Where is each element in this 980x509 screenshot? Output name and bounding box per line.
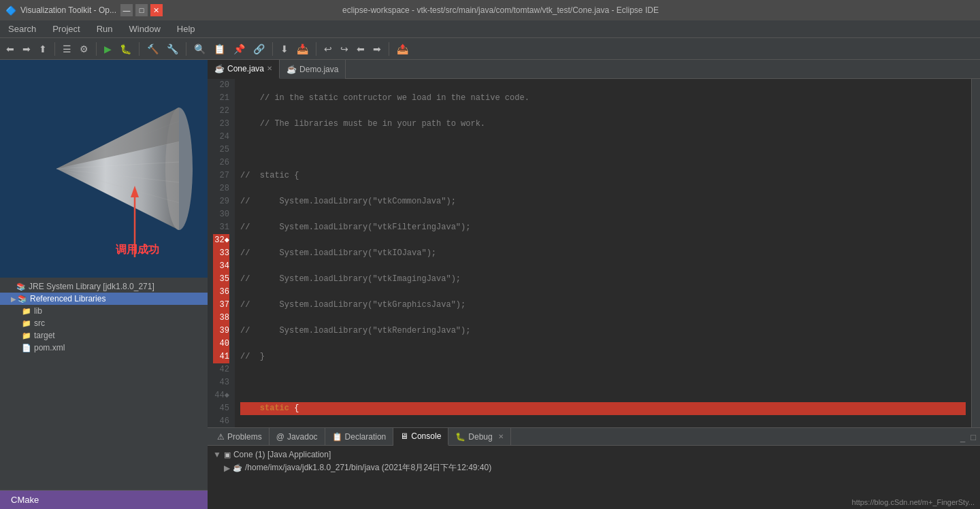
toolbar-btn-9[interactable]: 📋 [210, 42, 229, 56]
title-bar: 🔷 Visualization Toolkit - Op... — □ ✕ ec… [0, 0, 980, 20]
debug-close[interactable]: ✕ [498, 433, 504, 440]
toolbar-separator-4 [186, 42, 186, 56]
toolbar-btn-14[interactable]: ↩ [321, 42, 336, 56]
maximize-button[interactable]: □ [135, 4, 148, 16]
code-lines[interactable]: // in the static contructor we load in t… [235, 79, 971, 427]
toolbar-btn-17[interactable]: ➡ [370, 42, 385, 56]
tree-item-pom[interactable]: 📄 pom.xml [0, 342, 208, 354]
jre-icon: 📚 [16, 282, 26, 291]
menu-search[interactable]: Search [5, 22, 39, 35]
code-line-32: static { [240, 402, 966, 415]
annotation-text: 调用成功 [116, 243, 159, 257]
panel-maximize-button[interactable]: □ [969, 431, 977, 444]
code-line-31 [240, 376, 966, 389]
menu-run[interactable]: Run [94, 22, 116, 35]
tab-cone-java[interactable]: ☕ Cone.java ✕ [208, 60, 280, 79]
tree-item-jre[interactable]: 📚 JRE System Library [jdk1.8.0_271] [0, 280, 208, 293]
bottom-tab-debug[interactable]: 🐛 Debug ✕ [448, 428, 510, 446]
annotation: 调用成功 [109, 243, 159, 257]
console-tree-cone-app[interactable]: ▼ ▣ Cone (1) [Java Application] [213, 448, 975, 461]
ref-libs-label: Referenced Libraries [30, 294, 105, 303]
title-bar-left: 🔷 Visualization Toolkit - Op... — □ ✕ [5, 4, 163, 16]
tree-item-lib[interactable]: 📁 lib [0, 305, 208, 317]
code-line-28: // System.loadLibrary("vtkGraphicsJava")… [240, 299, 966, 312]
toolbar-separator-7 [389, 42, 389, 56]
javadoc-icon: @ [276, 432, 284, 442]
toolbar-btn-18[interactable]: 📤 [393, 42, 412, 56]
toolbar-btn-16[interactable]: ⬅ [353, 42, 368, 56]
target-folder-icon: 📁 [22, 331, 31, 340]
tab-demo-java[interactable]: ☕ Demo.java [280, 60, 346, 79]
toolbar-btn-1[interactable]: ⬅ [3, 42, 18, 56]
lib-label: lib [34, 306, 42, 316]
ref-libs-icon: 📚 [18, 295, 27, 303]
toolbar-btn-11[interactable]: 🔗 [250, 42, 268, 56]
toolbar-separator-1 [54, 42, 55, 56]
console-icon: 🖥 [400, 431, 408, 441]
code-line-20: // in the static contructor we load in t… [240, 92, 966, 105]
toolbar-btn-12[interactable]: ⬇ [277, 42, 292, 56]
bottom-tab-declaration[interactable]: 📋 Declaration [325, 428, 394, 446]
tree-area: 📚 JRE System Library [jdk1.8.0_271] ▶ 📚 … [0, 278, 208, 357]
toolbar-debug[interactable]: 🐛 [116, 42, 135, 56]
panel-minimize-button[interactable]: _ [959, 431, 966, 444]
toolbar-separator-5 [272, 42, 273, 56]
toolbar-btn-15[interactable]: ↪ [337, 42, 352, 56]
java-path-icon: ☕ [233, 463, 242, 472]
tab-cone-close[interactable]: ✕ [267, 65, 272, 72]
code-line-21: // The libraries must be in your path to… [240, 118, 966, 131]
sidebar: 调用成功 📚 JRE System Library [jdk1.8.0_271]… [0, 60, 208, 509]
src-folder-icon: 📁 [22, 319, 31, 328]
toolbar-run[interactable]: ▶ [101, 42, 115, 56]
bottom-tab-console[interactable]: 🖥 Console [393, 428, 448, 446]
right-scroll[interactable] [972, 79, 980, 427]
code-line-30: // } [240, 350, 966, 363]
minimize-button[interactable]: — [120, 4, 133, 16]
tree-item-src[interactable]: 📁 src [0, 317, 208, 329]
tree-item-referenced-libs[interactable]: ▶ 📚 Referenced Libraries [0, 293, 208, 305]
bottom-tab-problems[interactable]: ⚠ Problems [210, 428, 270, 446]
toolbar-btn-3[interactable]: ⬆ [35, 42, 50, 56]
bottom-tab-javadoc[interactable]: @ Javadoc [270, 428, 325, 446]
debug-icon: 🐛 [455, 432, 466, 442]
tab-cone-icon: ☕ [214, 64, 225, 73]
declaration-icon: 📋 [332, 432, 342, 442]
toolbar-btn-4[interactable]: ☰ [59, 42, 75, 56]
app-icon: 🔷 [5, 5, 16, 16]
code-line-27: // System.loadLibrary("vtkImagingJava"); [240, 273, 966, 286]
toolbar-btn-13[interactable]: 📥 [293, 42, 312, 56]
console-tree-java-path[interactable]: ▶ ☕ /home/imx/java/jdk1.8.0_271/bin/java… [213, 461, 975, 475]
toolbar-btn-2[interactable]: ➡ [19, 42, 34, 56]
close-button[interactable]: ✕ [150, 4, 163, 16]
code-content[interactable]: 20 21 22 23 24 25 26 27 28 29 30 31 32◆ … [208, 79, 980, 427]
bottom-tabs: ⚠ Problems @ Javadoc 📋 Declaration 🖥 Con… [208, 428, 980, 446]
tab-cone-label: Cone.java [227, 64, 264, 73]
toolbar-btn-8[interactable]: 🔍 [191, 42, 209, 56]
bottom-content: ▼ ▣ Cone (1) [Java Application] ▶ ☕ /hom… [208, 446, 980, 509]
panel-controls: _ □ [959, 428, 977, 446]
menu-project[interactable]: Project [50, 22, 82, 35]
toolbar-btn-10[interactable]: 📌 [230, 42, 248, 56]
line-numbers: 20 21 22 23 24 25 26 27 28 29 30 31 32◆ … [208, 79, 235, 427]
code-line-22 [240, 144, 966, 157]
cmake-button[interactable]: CMake [0, 490, 208, 509]
main-title: eclipse-workspace - vtk-test/src/main/ja… [163, 5, 838, 15]
code-line-24: // System.loadLibrary("vtkCommonJava"); [240, 195, 966, 208]
jre-label: JRE System Library [jdk1.8.0_271] [29, 282, 154, 291]
code-line-25: // System.loadLibrary("vtkFilteringJava"… [240, 221, 966, 234]
status-url: https://blog.cSdn.net/m+_FingerSty... [852, 498, 975, 506]
bottom-panel: ⚠ Problems @ Javadoc 📋 Declaration 🖥 Con… [208, 427, 980, 509]
toolbar-separator-6 [316, 42, 316, 56]
debug-label: Debug [468, 432, 492, 442]
toolbar-btn-5[interactable]: ⚙ [76, 42, 92, 56]
toolbar-separator-3 [139, 42, 140, 56]
cone-svg [16, 67, 193, 271]
menu-help[interactable]: Help [174, 22, 198, 35]
toolbar-btn-7[interactable]: 🔧 [163, 42, 182, 56]
menu-window[interactable]: Window [127, 22, 163, 35]
tree-item-target[interactable]: 📁 target [0, 329, 208, 342]
java-path-expand: ▶ [224, 463, 230, 473]
cone-app-label: Cone (1) [Java Application] [233, 450, 331, 459]
toolbar-btn-6[interactable]: 🔨 [144, 42, 162, 56]
main-content: 调用成功 📚 JRE System Library [jdk1.8.0_271]… [0, 60, 980, 509]
